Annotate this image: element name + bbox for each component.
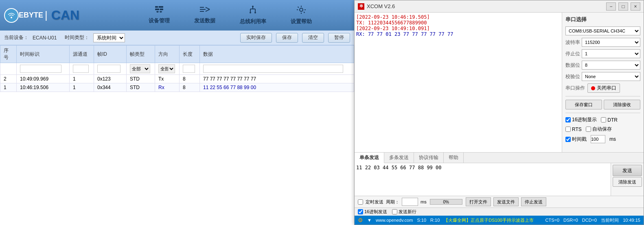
nav-device-mgmt-label: 设备管理 (149, 17, 170, 24)
tab-multi-send[interactable]: 多条发送 (384, 153, 414, 163)
send-file-button[interactable]: 发送文件 (493, 197, 519, 206)
s-count-label: S:10 (417, 218, 426, 223)
col-header-ch: 源通道 (70, 46, 94, 63)
close-port-button[interactable]: 关闭串口 (587, 83, 620, 93)
save-clear-row: 保存窗口 清除接收 (565, 100, 640, 109)
divider-2 (565, 113, 640, 113)
cell-time: 10:49:09.969 (17, 75, 70, 83)
xcom-sidebar: 串口选择 COM8:USB-SERIAL CH34C 波特率 115200 停止… (562, 13, 644, 152)
nav-bus-util[interactable]: 总线利用率 (228, 2, 278, 28)
data-table: 序号 时间标识 源通道 帧ID 帧类型 方向 长度 数据 全 (0, 45, 354, 92)
stop-bits-select[interactable]: 1 (582, 49, 640, 58)
clear-send-button[interactable]: 清除发送 (613, 177, 642, 187)
clear-recv-button[interactable]: 清除接收 (604, 100, 640, 109)
log-line-3: [2022-09-23 10:49:10.091] (356, 26, 560, 31)
send-actions: 发送 清除发送 (611, 163, 644, 196)
hex-send-checkbox[interactable] (358, 209, 363, 214)
save-window-button[interactable]: 保存窗口 (565, 100, 602, 109)
brand-label: EBYTE (19, 11, 43, 20)
logo-area: EBYTE | CAN (4, 8, 110, 23)
filter-data-input[interactable] (203, 65, 343, 73)
timer-send-checkbox[interactable] (358, 199, 363, 205)
cell-direction: Tx (155, 75, 180, 83)
stop-bits-label: 停止位 (565, 50, 580, 57)
cell-data: 11 22 55 66 77 88 99 00 (200, 83, 354, 92)
xcom-panel: 串 XCOM V2.6 − □ × [2022-09-23 10:46:19.5… (354, 0, 644, 225)
col-header-seq: 序号 (0, 46, 17, 63)
dtr-label: DTR (607, 117, 618, 123)
filter-dir: 全部 (155, 63, 180, 75)
xcom-title: XCOM V2.6 (367, 3, 604, 9)
minimize-button[interactable]: − (606, 2, 616, 11)
current-time-value: 10:49:15 (623, 218, 640, 223)
auto-save-checkbox[interactable] (586, 127, 591, 132)
nav-bus-util-label: 总线利用率 (240, 18, 266, 25)
col-header-len: 长度 (180, 46, 200, 63)
settings-help-icon (296, 5, 306, 16)
xcom-statusbar: ⚙ ▼ www.openedv.com S:10 R:10 【火爆全网】正点原子… (355, 216, 644, 225)
send-tabs: 单条发送 多条发送 协议传输 帮助 (355, 153, 644, 163)
period-value-input[interactable]: 1 (402, 198, 418, 206)
send-textarea[interactable]: 11 22 03 44 55 66 77 88 99 00 (355, 163, 611, 196)
auto-save-item: 自动保存 (586, 126, 612, 133)
save-button[interactable]: 保存 (276, 33, 298, 43)
nav-settings-help[interactable]: 设置帮助 (278, 2, 324, 28)
filter-ch (70, 63, 94, 75)
col-header-dir: 方向 (155, 46, 180, 63)
filter-time-input[interactable] (20, 65, 61, 73)
tab-single-send[interactable]: 单条发送 (355, 153, 384, 163)
open-file-button[interactable]: 打开文件 (466, 197, 491, 206)
restore-button[interactable]: □ (618, 2, 628, 11)
time-type-select[interactable]: 系统时间 (93, 33, 125, 42)
pause-button[interactable]: 暂停 (328, 33, 350, 43)
tab-help[interactable]: 帮助 (444, 153, 464, 163)
new-line-checkbox[interactable] (392, 209, 397, 214)
filter-ch-input[interactable] (73, 65, 89, 73)
rts-checkbox[interactable] (565, 127, 571, 132)
nav-send-data[interactable]: 发送数据 (182, 2, 228, 28)
send-button[interactable]: 发送 (613, 165, 642, 176)
baud-rate-select[interactable]: 115200 (582, 38, 640, 47)
period-label: 周期： (386, 199, 399, 205)
cell-seq: 2 (0, 75, 17, 83)
hex-display-checkbox[interactable] (565, 117, 571, 122)
nav-device-mgmt[interactable]: 设备管理 (136, 2, 182, 28)
wifi-icon (4, 8, 19, 23)
device-mgmt-icon (154, 5, 164, 15)
rts-item: RTS (565, 127, 582, 132)
port-select[interactable]: COM8:USB-SERIAL CH34C (565, 26, 640, 35)
clear-button[interactable]: 清空 (302, 33, 324, 43)
promo-link[interactable]: 【火爆全网】正点原子DS100手持示波器上市 (444, 217, 534, 223)
cell-time: 10:46:19.506 (17, 83, 70, 92)
send-data-icon (199, 5, 210, 15)
stop-send-button[interactable]: 停止发送 (521, 197, 546, 206)
progress-row: 0% (430, 199, 462, 205)
tab-protocol-transfer[interactable]: 协议传输 (414, 153, 444, 163)
parity-select[interactable]: None (582, 72, 640, 81)
close-button[interactable]: × (631, 2, 640, 11)
port-op-row: 串口操作 关闭串口 (565, 83, 640, 93)
svg-line-13 (206, 9, 210, 11)
filter-len-input[interactable] (183, 65, 195, 73)
filter-id (94, 63, 127, 75)
svg-rect-3 (158, 6, 159, 8)
cell-frame-type: STD (127, 83, 155, 92)
data-bits-select[interactable]: 8 (582, 61, 640, 70)
filter-type-select[interactable]: 全部 (130, 64, 150, 73)
svg-point-19 (250, 12, 251, 13)
svg-line-26 (298, 7, 298, 8)
cts-label: CTS=0 (545, 218, 559, 223)
data-table-area: 序号 时间标识 源通道 帧ID 帧类型 方向 长度 数据 全 (0, 45, 354, 225)
timestamp-checkbox[interactable] (565, 137, 571, 142)
filter-dir-select[interactable]: 全部 (158, 64, 175, 73)
dtr-checkbox[interactable] (601, 117, 606, 122)
dropdown-arrow-icon[interactable]: ▼ (367, 218, 372, 223)
realtime-save-button[interactable]: 实时保存 (240, 33, 272, 43)
timestamp-item: 时间戳 (565, 136, 587, 143)
timestamp-value-input[interactable] (591, 135, 605, 143)
website-label: www.openedv.com (376, 218, 413, 223)
filter-id-input[interactable] (97, 65, 120, 73)
rts-auto-row: RTS 自动保存 (565, 126, 640, 133)
settings-gear-icon[interactable]: ⚙ (358, 217, 363, 223)
nav-buttons: 设备管理 发送数据 (110, 2, 350, 28)
